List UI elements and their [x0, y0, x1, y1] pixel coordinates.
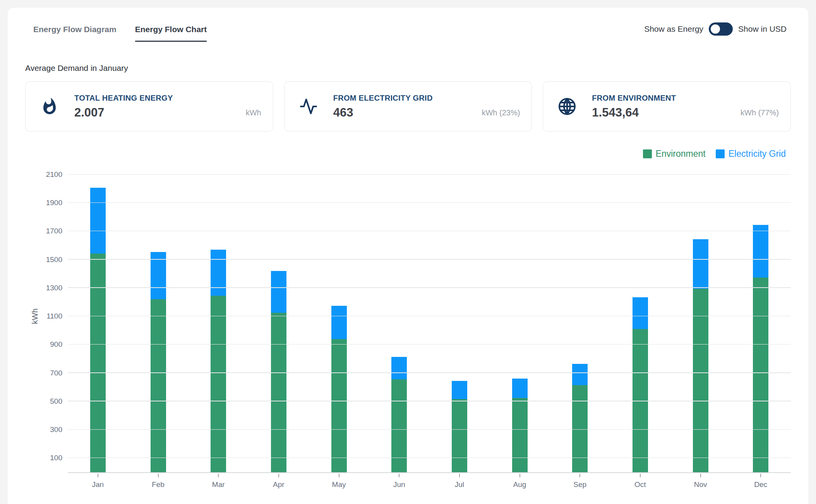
stat-card-electricity-grid: FROM ELECTRICITY GRID 463 kWh (23%): [284, 81, 532, 132]
bar-segment-electricity-grid: [391, 357, 407, 380]
month-label: Sep: [573, 480, 586, 489]
bar-jun: [369, 175, 429, 472]
y-tick-1300: 1300: [31, 284, 62, 292]
bars-row: [68, 175, 791, 472]
bar-segment-electricity-grid: [512, 379, 528, 398]
legend-swatch: [643, 149, 652, 158]
x-tick: [640, 474, 641, 477]
stat-card-environment: FROM ENVIRONMENT 1.543,64 kWh (77%): [543, 81, 791, 132]
gridline-900: [68, 344, 791, 345]
month-label: Apr: [273, 480, 285, 489]
plot-area: 100300500700900110013001500170019002100: [68, 175, 791, 473]
section-title: Average Demand in January: [25, 63, 791, 73]
y-tick-300: 300: [31, 425, 62, 434]
gridline-700: [68, 372, 791, 373]
x-label-feb: Feb: [128, 474, 189, 489]
x-label-dec: Dec: [730, 474, 791, 489]
bar-segment-electricity-grid: [753, 225, 768, 277]
month-label: Feb: [152, 480, 165, 489]
month-label: Jun: [393, 480, 405, 489]
gridline-1900: [68, 202, 791, 203]
legend-label: Environment: [656, 149, 706, 159]
x-tick: [459, 474, 460, 477]
bar-segment-environment: [452, 399, 467, 472]
y-tick-900: 900: [31, 340, 62, 349]
legend-item-electricity-grid[interactable]: Electricity Grid: [716, 149, 786, 159]
y-tick-100: 100: [31, 454, 62, 462]
stat-title: TOTAL HEATING ENERGY: [74, 94, 173, 103]
month-label: Jan: [92, 480, 104, 489]
x-label-jan: Jan: [68, 474, 128, 489]
bar-segment-environment: [90, 254, 106, 472]
globe-icon: [558, 97, 576, 116]
stat-unit: kWh: [246, 108, 261, 117]
gridline-1300: [68, 287, 791, 288]
month-label: Oct: [634, 480, 646, 489]
x-label-sep: Sep: [550, 474, 610, 489]
bar-segment-electricity-grid: [572, 364, 588, 385]
toggle-knob: [711, 24, 720, 34]
bar-aug: [490, 175, 550, 472]
y-tick-700: 700: [31, 369, 62, 377]
y-tick-1900: 1900: [31, 199, 62, 207]
stat-value: 463: [333, 106, 433, 120]
x-label-mar: Mar: [188, 474, 249, 489]
activity-icon: [299, 97, 318, 116]
x-tick: [760, 474, 761, 477]
flame-icon: [40, 97, 59, 116]
bar-segment-environment: [572, 385, 588, 472]
x-tick: [158, 474, 159, 477]
stat-value: 1.543,64: [592, 106, 676, 120]
bar-segment-environment: [211, 296, 226, 472]
bar-segment-electricity-grid: [633, 297, 648, 329]
bar-oct: [610, 175, 670, 472]
tab-energy-flow-chart[interactable]: Energy Flow Chart: [135, 25, 207, 42]
x-label-aug: Aug: [490, 474, 550, 489]
x-tick: [700, 474, 701, 477]
gridline-1500: [68, 259, 791, 260]
x-tick: [399, 474, 399, 477]
month-label: Aug: [513, 480, 526, 489]
tab-energy-flow-diagram[interactable]: Energy Flow Diagram: [33, 25, 117, 42]
month-label: Dec: [754, 480, 767, 489]
gridline-100: [68, 458, 791, 458]
y-tick-1100: 1100: [31, 312, 62, 321]
y-tick-1700: 1700: [31, 227, 62, 235]
legend-swatch: [716, 149, 725, 158]
bar-segment-electricity-grid: [90, 188, 106, 254]
gridline-500: [68, 401, 791, 401]
stat-unit: kWh (77%): [741, 108, 779, 117]
chart-legend: EnvironmentElectricity Grid: [25, 149, 786, 159]
energy-usd-toggle[interactable]: [709, 22, 733, 36]
y-tick-500: 500: [31, 397, 62, 406]
toggle-label-usd: Show in USD: [738, 24, 787, 34]
x-label-apr: Apr: [249, 474, 309, 489]
bar-segment-electricity-grid: [452, 381, 467, 399]
x-tick: [218, 474, 219, 477]
bar-segment-electricity-grid: [271, 271, 286, 313]
stat-cards-row: TOTAL HEATING ENERGY 2.007 kWh FROM ELEC…: [25, 81, 791, 132]
stat-title: FROM ENVIRONMENT: [592, 94, 676, 103]
bar-segment-environment: [512, 398, 528, 472]
x-label-may: May: [309, 474, 369, 489]
month-label: Nov: [694, 480, 707, 489]
bar-segment-environment: [391, 379, 407, 472]
bar-segment-environment: [331, 339, 347, 472]
bar-segment-electricity-grid: [693, 239, 708, 289]
month-label: Jul: [455, 480, 464, 489]
y-tick-1500: 1500: [31, 255, 62, 264]
y-tick-2100: 2100: [31, 170, 62, 179]
stat-unit: kWh (23%): [482, 108, 520, 117]
x-tick: [278, 474, 279, 477]
x-tick: [579, 474, 580, 477]
stat-value: 2.007: [74, 106, 173, 120]
bar-segment-environment: [151, 299, 166, 472]
x-tick: [339, 474, 339, 477]
bar-sep: [550, 175, 610, 472]
bar-segment-electricity-grid: [331, 306, 347, 339]
x-label-nov: Nov: [670, 474, 731, 489]
legend-label: Electricity Grid: [729, 149, 786, 159]
toggle-label-energy: Show as Energy: [644, 24, 703, 34]
legend-item-environment[interactable]: Environment: [643, 149, 706, 159]
bar-mar: [188, 175, 249, 472]
